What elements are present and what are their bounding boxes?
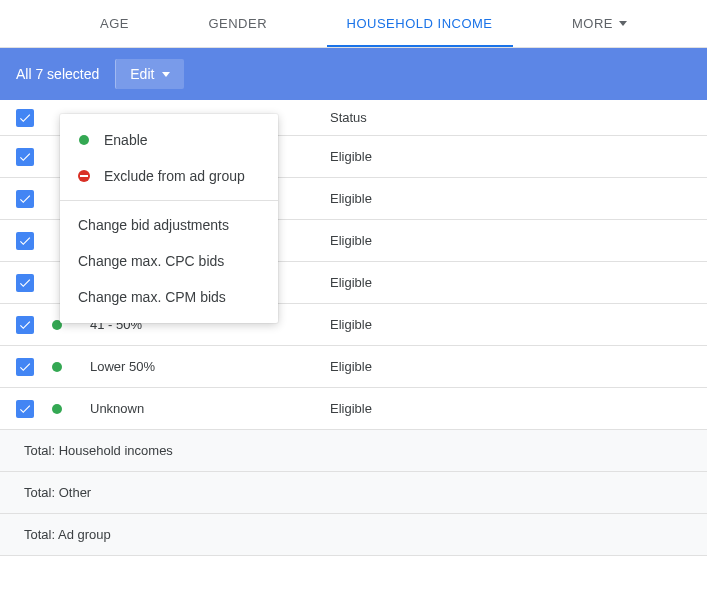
row-status: Eligible [330,191,691,206]
total-label: Total: Other [24,485,91,500]
row-status: Eligible [330,149,691,164]
row-checkbox[interactable] [16,190,34,208]
row-status: Eligible [330,401,691,416]
row-name: Unknown [90,401,330,416]
row-checkbox[interactable] [16,400,34,418]
chevron-down-icon [619,21,627,26]
enable-icon [78,134,90,146]
row-checkbox[interactable] [16,274,34,292]
check-icon [18,318,32,332]
check-icon [18,150,32,164]
table-row[interactable]: Unknown Eligible [0,388,707,430]
row-name: Lower 50% [90,359,330,374]
total-row-household: Total: Household incomes [0,430,707,472]
menu-item-label: Change max. CPC bids [78,253,224,269]
chevron-down-icon [162,72,170,77]
check-icon [18,234,32,248]
total-row-other: Total: Other [0,472,707,514]
menu-item-max-cpc[interactable]: Change max. CPC bids [60,243,278,279]
app-container: AGE GENDER HOUSEHOLD INCOME MORE All 7 s… [0,0,707,556]
tab-more[interactable]: MORE [552,0,647,47]
total-row-adgroup: Total: Ad group [0,514,707,556]
edit-dropdown-menu: Enable Exclude from ad group Change bid … [60,114,278,323]
tab-more-label: MORE [572,16,613,31]
check-icon [18,192,32,206]
menu-item-enable[interactable]: Enable [60,122,278,158]
menu-item-exclude[interactable]: Exclude from ad group [60,158,278,194]
total-label: Total: Household incomes [24,443,173,458]
check-icon [18,276,32,290]
total-label: Total: Ad group [24,527,111,542]
row-checkbox[interactable] [16,232,34,250]
edit-button[interactable]: Edit [115,59,184,89]
checkbox-all[interactable] [16,109,34,127]
row-checkbox[interactable] [16,358,34,376]
table-row[interactable]: Lower 50% Eligible [0,346,707,388]
selected-count: All 7 selected [16,66,107,82]
row-checkbox[interactable] [16,148,34,166]
check-icon [18,402,32,416]
tab-age[interactable]: AGE [80,0,149,47]
tab-household-income[interactable]: HOUSEHOLD INCOME [327,0,513,47]
menu-item-label: Change max. CPM bids [78,289,226,305]
edit-button-label: Edit [130,66,154,82]
menu-divider [60,200,278,201]
menu-item-label: Enable [104,132,148,148]
menu-item-max-cpm[interactable]: Change max. CPM bids [60,279,278,315]
check-icon [18,111,32,125]
tab-gender[interactable]: GENDER [188,0,287,47]
exclude-icon [78,170,90,182]
menu-item-bid-adjustments[interactable]: Change bid adjustments [60,207,278,243]
menu-item-label: Exclude from ad group [104,168,245,184]
selection-toolbar: All 7 selected Edit [0,48,707,100]
row-status: Eligible [330,233,691,248]
row-status: Eligible [330,275,691,290]
row-checkbox[interactable] [16,316,34,334]
menu-item-label: Change bid adjustments [78,217,229,233]
row-status: Eligible [330,359,691,374]
header-status: Status [330,110,691,125]
check-icon [18,360,32,374]
tabs-bar: AGE GENDER HOUSEHOLD INCOME MORE [0,0,707,48]
row-status: Eligible [330,317,691,332]
status-dot-icon [52,404,62,414]
status-dot-icon [52,362,62,372]
